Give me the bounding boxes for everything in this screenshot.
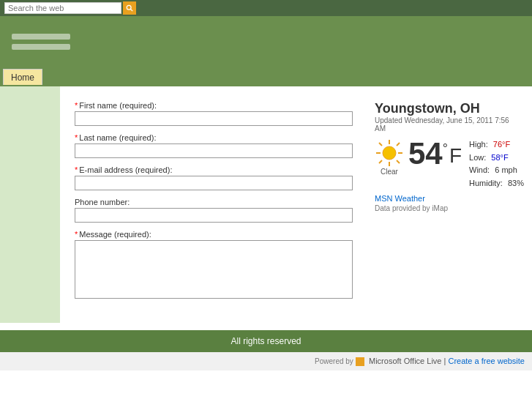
top-bar <box>0 0 532 16</box>
weather-provider: Data provided by iMap <box>375 204 510 212</box>
weather-section: Youngstown, OH Updated Wednesday, June 1… <box>375 101 510 308</box>
email-label: *E-mail address (required): <box>75 165 353 174</box>
form-section: *First name (required): *Last name (requ… <box>75 101 353 308</box>
office-live-text: Microsoft Office Live <box>369 357 441 365</box>
powered-label: Powered by <box>315 357 353 365</box>
msn-weather-link[interactable]: MSN Weather <box>375 194 510 203</box>
nav-home[interactable]: Home <box>3 69 42 85</box>
humidity-value: 83% <box>508 177 524 190</box>
svg-point-0 <box>127 5 131 10</box>
svg-point-10 <box>383 146 396 160</box>
svg-line-9 <box>379 160 382 163</box>
nav-bar: Home <box>0 67 532 86</box>
svg-line-6 <box>379 143 382 146</box>
first-name-label: *First name (required): <box>75 101 353 110</box>
high-value: 76°F <box>493 138 510 152</box>
message-textarea[interactable] <box>75 240 353 299</box>
low-row: Low: 58°F <box>469 152 524 165</box>
required-star-lastname: * <box>75 133 78 142</box>
phone-group: Phone number: <box>75 198 353 223</box>
weather-condition-label: Clear <box>381 168 398 176</box>
wind-row: Wind: 6 mph <box>469 164 524 177</box>
search-input[interactable] <box>4 2 121 14</box>
sun-icon <box>375 138 404 168</box>
nav-home-label: Home <box>11 72 34 83</box>
search-button[interactable] <box>123 1 136 15</box>
weather-city: Youngstown, OH <box>375 101 510 116</box>
email-group: *E-mail address (required): <box>75 165 353 190</box>
create-website-link[interactable]: Create a free website <box>448 357 525 365</box>
header-banner <box>0 16 532 67</box>
temp-unit: F <box>449 144 462 168</box>
last-name-label: *Last name (required): <box>75 133 353 142</box>
temp-degree: ° <box>443 141 448 157</box>
banner-line-2 <box>12 44 70 50</box>
last-name-input[interactable] <box>75 143 353 158</box>
footer-rights-bar: All rights reserved <box>0 330 532 352</box>
low-label: Low: <box>469 152 486 165</box>
low-value: 58°F <box>491 152 508 165</box>
message-group: *Message (required): <box>75 230 353 301</box>
message-label: *Message (required): <box>75 230 353 239</box>
email-input[interactable] <box>75 176 353 190</box>
first-name-input[interactable] <box>75 111 353 126</box>
wind-value: 6 mph <box>495 164 517 177</box>
svg-line-7 <box>397 160 400 163</box>
wind-label: Wind: <box>469 164 490 177</box>
humidity-row: Humidity: 83% <box>469 177 524 190</box>
banner-line-1 <box>12 34 70 40</box>
content-area: *First name (required): *Last name (requ… <box>60 86 532 323</box>
footer-powered-bar: Powered by Microsoft Office Live | Creat… <box>0 352 532 370</box>
weather-icon-container: Clear <box>375 138 404 176</box>
weather-main: Clear 54 ° F High: 76°F Low: 58°F Wind: … <box>375 138 510 190</box>
required-star-firstname: * <box>75 101 78 110</box>
footer-rights-text: All rights reserved <box>231 336 301 346</box>
search-icon <box>126 4 133 12</box>
sidebar <box>0 86 60 323</box>
main-content: *First name (required): *Last name (requ… <box>0 86 532 323</box>
office-icon <box>356 357 364 366</box>
temp-number: 54 <box>408 138 443 169</box>
humidity-label: Humidity: <box>469 177 503 190</box>
svg-line-1 <box>130 9 132 11</box>
weather-updated: Updated Wednesday, June 15, 2011 7:56 AM <box>375 116 510 133</box>
high-label: High: <box>469 138 488 152</box>
last-name-group: *Last name (required): <box>75 133 353 158</box>
phone-label: Phone number: <box>75 198 353 206</box>
required-star-message: * <box>75 230 78 239</box>
required-star-email: * <box>75 165 78 174</box>
svg-line-8 <box>397 143 400 146</box>
weather-details: High: 76°F Low: 58°F Wind: 6 mph Humidit… <box>469 138 524 190</box>
first-name-group: *First name (required): <box>75 101 353 126</box>
phone-input[interactable] <box>75 208 353 223</box>
weather-temperature: 54 ° F <box>408 138 462 169</box>
high-row: High: 76°F <box>469 138 524 152</box>
